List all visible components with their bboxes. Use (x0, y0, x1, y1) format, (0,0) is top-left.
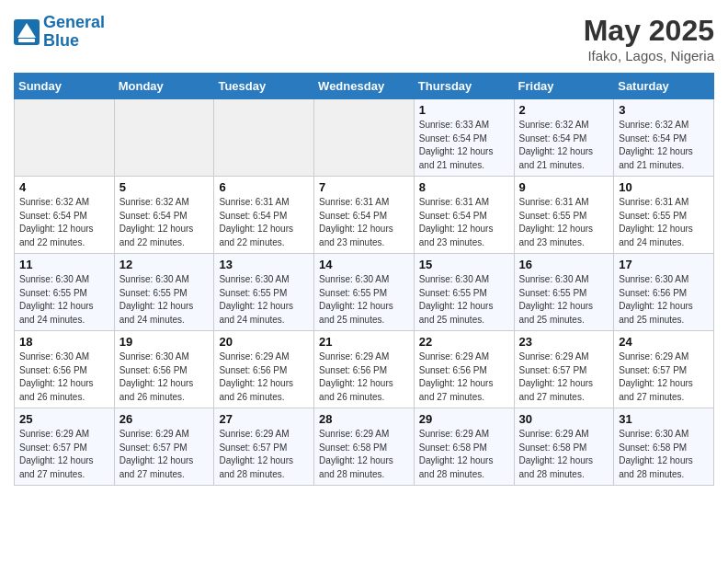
calendar-cell: 18Sunrise: 6:30 AM Sunset: 6:56 PM Dayli… (15, 331, 115, 408)
calendar-cell: 12Sunrise: 6:30 AM Sunset: 6:55 PM Dayli… (114, 254, 214, 331)
calendar-week-3: 11Sunrise: 6:30 AM Sunset: 6:55 PM Dayli… (15, 254, 714, 331)
day-info: Sunrise: 6:31 AM Sunset: 6:54 PM Dayligh… (219, 196, 309, 249)
day-info: Sunrise: 6:32 AM Sunset: 6:54 PM Dayligh… (519, 119, 609, 172)
day-number: 28 (319, 412, 409, 426)
calendar-cell: 6Sunrise: 6:31 AM Sunset: 6:54 PM Daylig… (214, 177, 314, 254)
day-number: 21 (319, 335, 409, 349)
day-info: Sunrise: 6:32 AM Sunset: 6:54 PM Dayligh… (619, 119, 709, 172)
month-year: May 2025 (584, 14, 714, 48)
calendar-cell: 9Sunrise: 6:31 AM Sunset: 6:55 PM Daylig… (514, 177, 614, 254)
calendar-cell: 29Sunrise: 6:29 AM Sunset: 6:58 PM Dayli… (414, 408, 514, 486)
page-header: General Blue May 2025 Ifako, Lagos, Nige… (14, 14, 714, 63)
day-info: Sunrise: 6:29 AM Sunset: 6:57 PM Dayligh… (619, 350, 709, 404)
calendar-cell: 31Sunrise: 6:30 AM Sunset: 6:58 PM Dayli… (614, 408, 714, 486)
calendar-cell: 8Sunrise: 6:31 AM Sunset: 6:54 PM Daylig… (414, 177, 514, 254)
logo-text: General Blue (43, 14, 105, 51)
day-number: 25 (19, 412, 109, 426)
day-info: Sunrise: 6:29 AM Sunset: 6:58 PM Dayligh… (519, 428, 609, 481)
calendar-cell: 13Sunrise: 6:30 AM Sunset: 6:55 PM Dayli… (214, 254, 314, 331)
day-info: Sunrise: 6:33 AM Sunset: 6:54 PM Dayligh… (419, 119, 509, 172)
svg-rect-2 (18, 39, 35, 42)
day-info: Sunrise: 6:30 AM Sunset: 6:56 PM Dayligh… (619, 273, 709, 327)
day-info: Sunrise: 6:31 AM Sunset: 6:55 PM Dayligh… (619, 196, 709, 249)
logo-line1: General (43, 13, 105, 31)
day-number: 31 (619, 412, 709, 426)
day-number: 22 (419, 335, 509, 349)
calendar-cell: 16Sunrise: 6:30 AM Sunset: 6:55 PM Dayli… (514, 254, 614, 331)
day-number: 2 (519, 103, 609, 117)
calendar-cell (214, 99, 314, 177)
calendar-cell: 26Sunrise: 6:29 AM Sunset: 6:57 PM Dayli… (114, 408, 214, 486)
day-info: Sunrise: 6:30 AM Sunset: 6:56 PM Dayligh… (119, 350, 210, 404)
day-info: Sunrise: 6:30 AM Sunset: 6:55 PM Dayligh… (119, 273, 210, 327)
calendar-week-4: 18Sunrise: 6:30 AM Sunset: 6:56 PM Dayli… (15, 331, 714, 408)
calendar-cell: 25Sunrise: 6:29 AM Sunset: 6:57 PM Dayli… (15, 408, 115, 486)
day-info: Sunrise: 6:29 AM Sunset: 6:58 PM Dayligh… (319, 428, 409, 481)
calendar-cell: 3Sunrise: 6:32 AM Sunset: 6:54 PM Daylig… (614, 99, 714, 177)
day-number: 26 (119, 412, 210, 426)
logo-line2: Blue (43, 31, 79, 50)
day-number: 10 (619, 180, 709, 194)
calendar-cell: 19Sunrise: 6:30 AM Sunset: 6:56 PM Dayli… (114, 331, 214, 408)
day-info: Sunrise: 6:32 AM Sunset: 6:54 PM Dayligh… (119, 196, 210, 249)
day-info: Sunrise: 6:30 AM Sunset: 6:55 PM Dayligh… (519, 273, 609, 327)
title-block: May 2025 Ifako, Lagos, Nigeria (584, 14, 714, 63)
day-number: 9 (519, 180, 609, 194)
day-info: Sunrise: 6:29 AM Sunset: 6:56 PM Dayligh… (319, 350, 409, 404)
day-number: 4 (19, 180, 109, 194)
day-info: Sunrise: 6:30 AM Sunset: 6:58 PM Dayligh… (619, 428, 709, 481)
day-info: Sunrise: 6:29 AM Sunset: 6:56 PM Dayligh… (219, 350, 309, 404)
day-number: 13 (219, 258, 309, 271)
day-number: 18 (19, 335, 109, 349)
calendar-cell: 28Sunrise: 6:29 AM Sunset: 6:58 PM Dayli… (314, 408, 415, 486)
calendar-cell: 14Sunrise: 6:30 AM Sunset: 6:55 PM Dayli… (314, 254, 415, 331)
calendar-body: 1Sunrise: 6:33 AM Sunset: 6:54 PM Daylig… (15, 99, 714, 486)
day-number: 19 (119, 335, 210, 349)
day-number: 7 (319, 180, 409, 194)
calendar-cell: 27Sunrise: 6:29 AM Sunset: 6:57 PM Dayli… (214, 408, 314, 486)
day-info: Sunrise: 6:30 AM Sunset: 6:55 PM Dayligh… (419, 273, 509, 327)
calendar-cell: 30Sunrise: 6:29 AM Sunset: 6:58 PM Dayli… (514, 408, 614, 486)
calendar-cell: 21Sunrise: 6:29 AM Sunset: 6:56 PM Dayli… (314, 331, 415, 408)
day-info: Sunrise: 6:29 AM Sunset: 6:57 PM Dayligh… (219, 428, 309, 481)
day-number: 3 (619, 103, 709, 117)
calendar-cell: 20Sunrise: 6:29 AM Sunset: 6:56 PM Dayli… (214, 331, 314, 408)
day-info: Sunrise: 6:29 AM Sunset: 6:57 PM Dayligh… (19, 428, 109, 481)
day-info: Sunrise: 6:31 AM Sunset: 6:55 PM Dayligh… (519, 196, 609, 249)
calendar-cell: 5Sunrise: 6:32 AM Sunset: 6:54 PM Daylig… (114, 177, 214, 254)
day-number: 5 (119, 180, 210, 194)
day-number: 29 (419, 412, 509, 426)
calendar-week-1: 1Sunrise: 6:33 AM Sunset: 6:54 PM Daylig… (15, 99, 714, 177)
day-info: Sunrise: 6:30 AM Sunset: 6:55 PM Dayligh… (19, 273, 109, 327)
weekday-header-monday: Monday (114, 74, 214, 99)
calendar-cell: 2Sunrise: 6:32 AM Sunset: 6:54 PM Daylig… (514, 99, 614, 177)
calendar-cell: 11Sunrise: 6:30 AM Sunset: 6:55 PM Dayli… (15, 254, 115, 331)
day-number: 27 (219, 412, 309, 426)
day-number: 23 (519, 335, 609, 349)
day-info: Sunrise: 6:31 AM Sunset: 6:54 PM Dayligh… (319, 196, 409, 249)
weekday-header-saturday: Saturday (614, 74, 714, 99)
calendar-cell (114, 99, 214, 177)
calendar-cell (15, 99, 115, 177)
calendar-cell: 23Sunrise: 6:29 AM Sunset: 6:57 PM Dayli… (514, 331, 614, 408)
calendar-cell: 17Sunrise: 6:30 AM Sunset: 6:56 PM Dayli… (614, 254, 714, 331)
calendar-cell: 7Sunrise: 6:31 AM Sunset: 6:54 PM Daylig… (314, 177, 415, 254)
weekday-header-row: SundayMondayTuesdayWednesdayThursdayFrid… (15, 74, 714, 99)
weekday-header-tuesday: Tuesday (214, 74, 314, 99)
location: Ifako, Lagos, Nigeria (584, 48, 714, 63)
day-info: Sunrise: 6:29 AM Sunset: 6:56 PM Dayligh… (419, 350, 509, 404)
logo-icon (14, 19, 40, 45)
calendar-cell: 22Sunrise: 6:29 AM Sunset: 6:56 PM Dayli… (414, 331, 514, 408)
day-number: 6 (219, 180, 309, 194)
calendar-cell (314, 99, 415, 177)
day-number: 16 (519, 258, 609, 271)
day-number: 11 (19, 258, 109, 271)
day-info: Sunrise: 6:30 AM Sunset: 6:56 PM Dayligh… (19, 350, 109, 404)
calendar-week-2: 4Sunrise: 6:32 AM Sunset: 6:54 PM Daylig… (15, 177, 714, 254)
calendar-cell: 15Sunrise: 6:30 AM Sunset: 6:55 PM Dayli… (414, 254, 514, 331)
day-number: 12 (119, 258, 210, 271)
calendar-cell: 4Sunrise: 6:32 AM Sunset: 6:54 PM Daylig… (15, 177, 115, 254)
weekday-header-wednesday: Wednesday (314, 74, 415, 99)
day-info: Sunrise: 6:29 AM Sunset: 6:57 PM Dayligh… (519, 350, 609, 404)
calendar-cell: 10Sunrise: 6:31 AM Sunset: 6:55 PM Dayli… (614, 177, 714, 254)
